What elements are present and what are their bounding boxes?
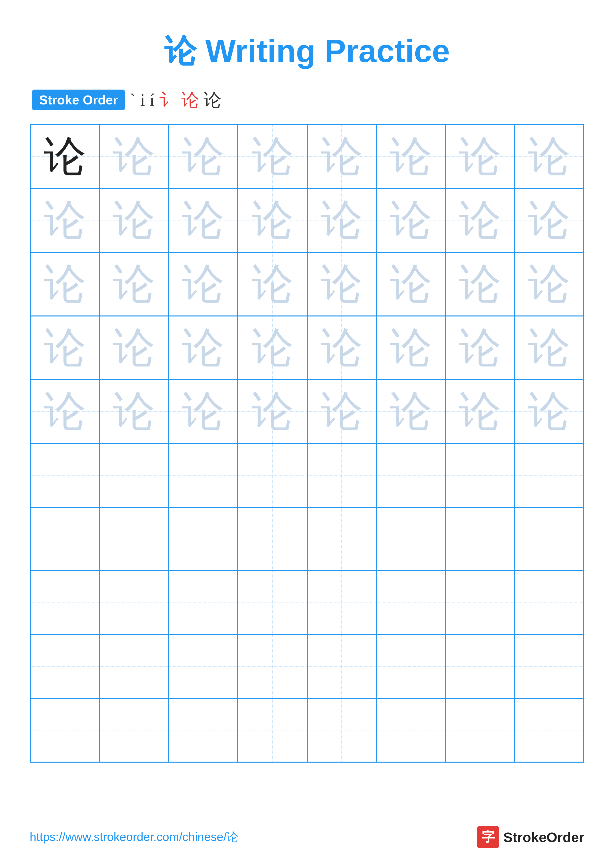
stroke-sequence: ` i í 讠 论 论 <box>130 88 221 112</box>
grid-cell[interactable] <box>376 571 445 635</box>
grid-cell[interactable] <box>515 635 584 699</box>
grid-cell[interactable]: 论 <box>376 125 445 189</box>
grid-cell[interactable] <box>515 698 584 762</box>
grid-cell[interactable]: 论 <box>30 125 99 189</box>
title-chinese: 论 <box>164 33 196 69</box>
stroke-6: 论 <box>204 88 221 112</box>
grid-cell[interactable]: 论 <box>376 189 445 253</box>
grid-cell[interactable] <box>376 698 445 762</box>
grid-cell[interactable]: 论 <box>376 380 445 443</box>
grid-cell[interactable]: 论 <box>99 316 168 380</box>
grid-cell[interactable]: 论 <box>238 252 307 316</box>
grid-cell[interactable] <box>307 635 376 699</box>
stroke-order-badge: Stroke Order <box>32 90 125 110</box>
stroke-5: 论 <box>181 88 199 112</box>
grid-cell[interactable]: 论 <box>515 125 584 189</box>
grid-cell[interactable]: 论 <box>99 252 168 316</box>
footer-logo-icon: 字 <box>477 826 499 848</box>
grid-cell[interactable]: 论 <box>445 252 515 316</box>
grid-cell[interactable]: 论 <box>307 189 376 253</box>
grid-cell[interactable]: 论 <box>169 252 238 316</box>
grid-cell[interactable] <box>238 635 307 699</box>
grid-cell[interactable] <box>376 443 445 507</box>
grid-cell[interactable]: 论 <box>445 380 515 443</box>
grid-cell[interactable] <box>515 507 584 571</box>
grid-cell[interactable] <box>30 571 99 635</box>
grid-cell[interactable]: 论 <box>30 316 99 380</box>
grid-cell[interactable]: 论 <box>169 125 238 189</box>
logo-char: 字 <box>482 828 494 846</box>
grid-cell[interactable] <box>238 698 307 762</box>
practice-grid: 论论论论论论论论论论论论论论论论论论论论论论论论论论论论论论论论论论论论论论论论 <box>30 124 584 763</box>
grid-cell[interactable] <box>169 443 238 507</box>
grid-cell[interactable] <box>445 507 515 571</box>
stroke-2: i <box>140 90 145 110</box>
grid-cell[interactable]: 论 <box>238 316 307 380</box>
stroke-4: 讠 <box>159 88 177 112</box>
grid-cell[interactable] <box>30 507 99 571</box>
grid-cell[interactable] <box>238 443 307 507</box>
grid-cell[interactable]: 论 <box>30 252 99 316</box>
footer-logo-text: StrokeOrder <box>503 829 584 845</box>
grid-cell[interactable] <box>307 507 376 571</box>
footer-logo: 字 StrokeOrder <box>477 826 584 848</box>
stroke-3: í <box>149 90 155 110</box>
grid-cell[interactable] <box>30 443 99 507</box>
grid-cell[interactable]: 论 <box>238 125 307 189</box>
grid-cell[interactable]: 论 <box>515 316 584 380</box>
grid-cell[interactable] <box>169 698 238 762</box>
grid-cell[interactable]: 论 <box>307 252 376 316</box>
grid-cell[interactable]: 论 <box>307 380 376 443</box>
grid-cell[interactable] <box>99 443 168 507</box>
grid-cell[interactable] <box>238 571 307 635</box>
grid-cell[interactable] <box>169 635 238 699</box>
title-english: Writing Practice <box>196 33 450 69</box>
grid-cell[interactable] <box>30 698 99 762</box>
grid-cell[interactable] <box>169 571 238 635</box>
grid-cell[interactable] <box>445 635 515 699</box>
grid-cell[interactable] <box>307 571 376 635</box>
grid-cell[interactable] <box>307 698 376 762</box>
grid-cell[interactable] <box>307 443 376 507</box>
grid-cell[interactable] <box>99 635 168 699</box>
grid-cell[interactable]: 论 <box>30 189 99 253</box>
grid-cell[interactable]: 论 <box>515 252 584 316</box>
grid-cell[interactable] <box>515 571 584 635</box>
grid-cell[interactable] <box>376 635 445 699</box>
grid-cell[interactable] <box>99 698 168 762</box>
grid-cell[interactable]: 论 <box>169 316 238 380</box>
grid-cell[interactable]: 论 <box>238 189 307 253</box>
grid-cell[interactable] <box>445 443 515 507</box>
grid-cell[interactable]: 论 <box>169 380 238 443</box>
grid-cell[interactable]: 论 <box>376 316 445 380</box>
footer: https://www.strokeorder.com/chinese/论 字 … <box>30 826 584 848</box>
grid-cell[interactable]: 论 <box>515 189 584 253</box>
grid-cell[interactable]: 论 <box>169 189 238 253</box>
grid-cell[interactable]: 论 <box>445 189 515 253</box>
grid-cell[interactable]: 论 <box>99 380 168 443</box>
grid-cell[interactable] <box>445 698 515 762</box>
grid-cell[interactable]: 论 <box>99 189 168 253</box>
grid-cell[interactable] <box>99 507 168 571</box>
grid-cell[interactable]: 论 <box>515 380 584 443</box>
grid-cell[interactable]: 论 <box>307 125 376 189</box>
grid-cell[interactable] <box>99 571 168 635</box>
grid-cell[interactable]: 论 <box>376 252 445 316</box>
stroke-1: ` <box>130 90 136 110</box>
grid-cell[interactable] <box>169 507 238 571</box>
stroke-order-row: Stroke Order ` i í 讠 论 论 <box>32 88 584 112</box>
page: 论 Writing Practice Stroke Order ` i í 讠… <box>0 0 614 868</box>
grid-cell[interactable] <box>445 571 515 635</box>
grid-cell[interactable]: 论 <box>445 316 515 380</box>
grid-cell[interactable] <box>376 507 445 571</box>
grid-cell[interactable]: 论 <box>445 125 515 189</box>
grid-cell[interactable]: 论 <box>30 380 99 443</box>
grid-cell[interactable] <box>30 635 99 699</box>
page-title: 论 Writing Practice <box>30 30 584 73</box>
footer-url: https://www.strokeorder.com/chinese/论 <box>30 829 238 845</box>
grid-cell[interactable]: 论 <box>307 316 376 380</box>
grid-cell[interactable] <box>238 507 307 571</box>
grid-cell[interactable] <box>515 443 584 507</box>
grid-cell[interactable]: 论 <box>238 380 307 443</box>
grid-cell[interactable]: 论 <box>99 125 168 189</box>
